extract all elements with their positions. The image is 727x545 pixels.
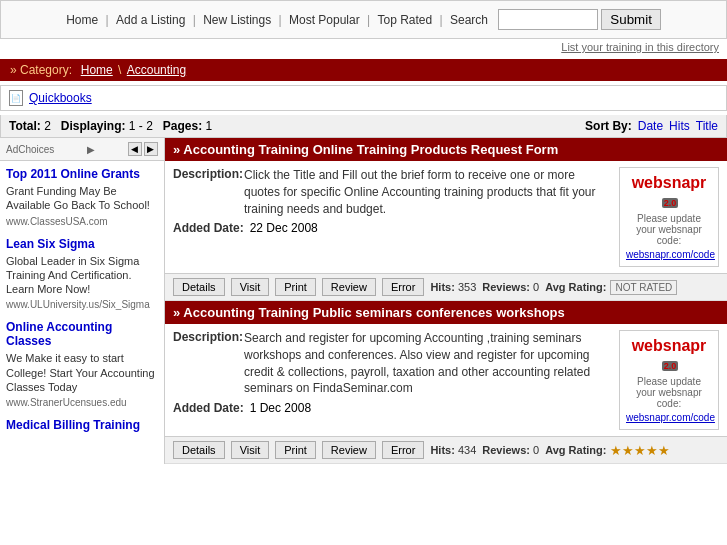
nav-add-listing[interactable]: Add a Listing [116,13,185,27]
listing-1-actions: Details Visit Print Review Error Hits: 3… [165,273,727,300]
nav-sep-3: | [279,13,285,27]
stats-bar: Total: 2 Displaying: 1 - 2 Pages: 1 Sort… [0,115,727,138]
listing-2-avg-rating: Avg Rating: ★★★★★ [545,443,670,458]
listing-1-body: Description: Click the Title and Fill ou… [165,161,727,273]
listing-2-desc: Description: Search and register for upc… [173,330,611,397]
listing-1-title-link[interactable]: » Accounting Training Online Training Pr… [173,142,558,157]
listing-2-header: » Accounting Training Public seminars co… [165,301,727,324]
listing-2-print-btn[interactable]: Print [275,441,316,459]
websnapr-2-link[interactable]: websnapr.com/code [626,412,715,423]
displaying-value: 1 - 2 [129,119,153,133]
sidebar-ad-2: Lean Six Sigma Global Leader in Six Sigm… [6,237,158,311]
category-home-link[interactable]: Home [81,63,113,77]
websnapr-2-text: Please update your websnapr code: [626,376,712,409]
listing-2-stars: ★★★★★ [610,443,670,458]
pages-value: 1 [206,119,213,133]
listing-2-actions: Details Visit Print Review Error Hits: 4… [165,436,727,463]
listing-1-date-label: Added Date: [173,221,244,235]
websnapr-2-brand: websnapr [632,337,707,354]
listing-1-visit-btn[interactable]: Visit [231,278,270,296]
listing-2-left: Description: Search and register for upc… [173,330,611,430]
listing-item-1: » Accounting Training Online Training Pr… [165,138,727,301]
nav-sep-5: | [440,13,446,27]
listing-2-websnapr: websnapr2.0 Please update your websnapr … [619,330,719,430]
listing-1-date-value: 22 Dec 2008 [250,221,318,235]
listing-2-date: Added Date: 1 Dec 2008 [173,401,611,415]
ad-1-url: www.ClassesUSA.com [6,216,158,227]
listing-2-details-btn[interactable]: Details [173,441,225,459]
listing-1-details-btn[interactable]: Details [173,278,225,296]
arrow-left-btn[interactable]: ◀ [128,142,142,156]
listing-2-desc-text: Search and register for upcoming Account… [244,330,611,397]
list-training-link[interactable]: List your training in this directory [561,41,719,53]
listing-1-date: Added Date: 22 Dec 2008 [173,221,611,235]
sort-title-link[interactable]: Title [696,119,718,133]
listing-2-title-link[interactable]: » Accounting Training Public seminars co… [173,305,565,320]
listing-2-error-btn[interactable]: Error [382,441,424,459]
nav-home[interactable]: Home [66,13,98,27]
quickbooks-link[interactable]: Quickbooks [29,91,92,105]
sort-hits-link[interactable]: Hits [669,119,690,133]
sidebar-ad-content: Top 2011 Online Grants Grant Funding May… [0,161,164,448]
listing-1-hits: Hits: 353 [430,281,476,293]
adchoices-bar: AdChoices ▶ ◀ ▶ [0,138,164,161]
listing-2-hits: Hits: 434 [430,444,476,456]
category-separator: \ [118,63,125,77]
category-bar: » Category: Home \ Accounting [0,59,727,81]
sidebar: AdChoices ▶ ◀ ▶ Top 2011 Online Grants G… [0,138,165,464]
submit-button[interactable]: Submit [601,9,660,30]
listing-2-visit-btn[interactable]: Visit [231,441,270,459]
listing-1-error-btn[interactable]: Error [382,278,424,296]
listing-1-reviews: Reviews: 0 [482,281,539,293]
listing-2-date-label: Added Date: [173,401,244,415]
ad-1-title[interactable]: Top 2011 Online Grants [6,167,158,181]
arrow-right-btn[interactable]: ▶ [144,142,158,156]
websnapr-1-logo: websnapr2.0 [626,174,712,210]
adchoices-label: AdChoices [6,144,54,155]
listing-1-websnapr: websnapr2.0 Please update your websnapr … [619,167,719,267]
list-link-bar: List your training in this directory [0,39,727,55]
nav-most-popular[interactable]: Most Popular [289,13,360,27]
websnapr-1-version: 2.0 [662,198,679,208]
main-layout: AdChoices ▶ ◀ ▶ Top 2011 Online Grants G… [0,138,727,464]
quickbooks-box: 📄 Quickbooks [0,85,727,111]
listing-1-print-btn[interactable]: Print [275,278,316,296]
websnapr-1-link[interactable]: websnapr.com/code [626,249,715,260]
ad-2-text: Global Leader in Six Sigma Training And … [6,254,158,297]
category-current-link[interactable]: Accounting [127,63,186,77]
ad-3-url: www.StranerUcensues.edu [6,397,158,408]
sidebar-ad-3: Online Accounting Classes We Make it eas… [6,320,158,408]
listing-1-desc-label: Description: [173,167,238,217]
sort-bar: Sort By: Date Hits Title [585,119,718,133]
ad-1-text: Grant Funding May Be Available Go Back T… [6,184,158,213]
listings: » Accounting Training Online Training Pr… [165,138,727,464]
listing-2-body: Description: Search and register for upc… [165,324,727,436]
ad-3-text: We Make it easy to start College! Start … [6,351,158,394]
websnapr-1-brand: websnapr [632,174,707,191]
pages-label: Pages: 1 [163,119,212,133]
sort-date-link[interactable]: Date [638,119,663,133]
websnapr-2-version: 2.0 [662,361,679,371]
stats-left: Total: 2 Displaying: 1 - 2 Pages: 1 [9,119,212,133]
nav-sep-2: | [193,13,199,27]
search-input[interactable] [498,9,598,30]
total-value: 2 [44,119,51,133]
listing-2-desc-label: Description: [173,330,238,397]
websnapr-1-text: Please update your websnapr code: [626,213,712,246]
listing-2-review-btn[interactable]: Review [322,441,376,459]
listing-1-desc: Description: Click the Title and Fill ou… [173,167,611,217]
ad-3-title[interactable]: Online Accounting Classes [6,320,158,348]
sidebar-ad-4: Medical Billing Training [6,418,158,432]
nav-sep-4: | [367,13,373,27]
nav-top-rated[interactable]: Top Rated [377,13,432,27]
nav-new-listings[interactable]: New Listings [203,13,271,27]
ad-2-title[interactable]: Lean Six Sigma [6,237,158,251]
nav-search[interactable]: Search [450,13,488,27]
listing-1-left: Description: Click the Title and Fill ou… [173,167,611,267]
listing-1-desc-text: Click the Title and Fill out the brief f… [244,167,611,217]
ad-4-title[interactable]: Medical Billing Training [6,418,158,432]
listing-item-2: » Accounting Training Public seminars co… [165,301,727,464]
sortby-label: Sort By: [585,119,632,133]
listing-1-review-btn[interactable]: Review [322,278,376,296]
category-prefix: » Category: [10,63,72,77]
